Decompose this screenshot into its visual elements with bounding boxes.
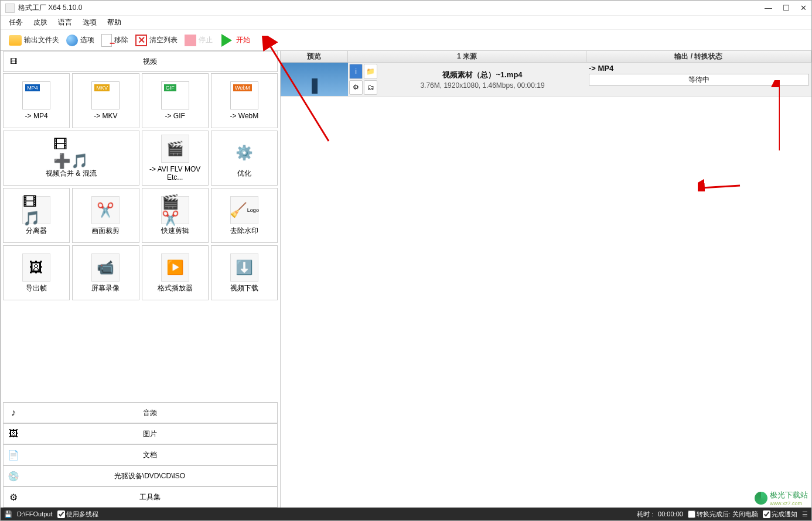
gear-icon: ⚙	[6, 490, 21, 504]
film-icon: 🎞	[6, 54, 21, 68]
cell-player[interactable]: ▶️格式播放器	[142, 245, 209, 300]
task-row[interactable]: i 📁 ⚙ 🗂 视频素材（总）~1.mp4 3.76M, 1920x1080, …	[281, 63, 811, 97]
cell-screen-rec[interactable]: 📹屏幕录像	[72, 245, 139, 300]
cell-downloader[interactable]: ⬇️视频下载	[211, 245, 278, 300]
cell-separator[interactable]: 🎞🎵分离器	[3, 188, 70, 243]
watermark: 极光下载站www.xz7.com	[755, 490, 808, 506]
play-icon	[221, 34, 232, 47]
options-button[interactable]: 选项	[64, 33, 97, 47]
task-header: 预览 1 来源 输出 / 转换状态	[281, 51, 811, 63]
video-grid: -> MP4 -> MKV -> GIF -> WebM 🎞➕🎵视频合并 & 混…	[3, 73, 278, 300]
menu-help[interactable]: 帮助	[107, 18, 121, 28]
window-title: 格式工厂 X64 5.10.0	[18, 3, 82, 13]
video-label: 视频	[25, 57, 275, 67]
stop-button[interactable]: 停止	[182, 33, 215, 47]
minimize-button[interactable]: —	[765, 4, 772, 12]
clear-label: 清空列表	[149, 35, 178, 45]
folder-icon[interactable]: 📁	[364, 64, 377, 79]
watermark-text: 极光下载站	[770, 490, 808, 501]
document-icon: 📄	[6, 448, 21, 462]
stop-icon	[185, 35, 196, 46]
accordion-toolset[interactable]: ⚙工具集	[3, 486, 278, 508]
accordion-document[interactable]: 📄文档	[3, 444, 278, 465]
start-button[interactable]: 开始	[217, 32, 253, 49]
cell-mkv[interactable]: -> MKV	[72, 73, 139, 128]
disc-icon: 💿	[6, 469, 21, 483]
title-bar: 格式工厂 X64 5.10.0 — ☐ ✕	[1, 1, 811, 16]
menu-task[interactable]: 任务	[9, 18, 23, 28]
watermark-site: www.xz7.com	[770, 501, 808, 506]
notify-toggle[interactable]: 完成通知	[763, 510, 797, 519]
output-status: 等待中	[589, 74, 809, 85]
settings-icon[interactable]: ⚙	[349, 80, 363, 95]
accordion-video[interactable]: 🎞 视频	[3, 51, 278, 72]
status-bar: 💾 D:\FFOutput 使用多线程 耗时 : 00:00:00 转换完成后:…	[1, 508, 811, 520]
elapsed-value: 00:00:00	[658, 510, 683, 517]
menu-bar: 任务 皮肤 语言 选项 帮助	[1, 16, 811, 30]
output-path[interactable]: D:\FFOutput	[17, 510, 53, 517]
clear-list-button[interactable]: ✕ 清空列表	[133, 33, 180, 47]
remove-icon	[101, 34, 112, 47]
folder-icon	[9, 35, 22, 46]
options-icon	[66, 35, 78, 46]
col-source[interactable]: 1 来源	[348, 51, 586, 62]
preview-thumbnail	[281, 63, 348, 96]
remove-label: 移除	[114, 35, 128, 45]
maximize-button[interactable]: ☐	[783, 4, 790, 12]
music-icon: ♪	[6, 406, 21, 420]
info-icon[interactable]: i	[349, 64, 363, 79]
source-meta: 3.76M, 1920x1080, 1.46Mbps, 00:00:19	[420, 81, 544, 90]
cell-more-fmt[interactable]: 🎬-> AVI FLV MOV Etc...	[142, 131, 209, 186]
toolbar: 输出文件夹 选项 移除 ✕ 清空列表 停止 开始	[1, 30, 811, 51]
cell-optimize[interactable]: ⚙️优化	[211, 131, 278, 186]
menu-language[interactable]: 语言	[58, 18, 72, 28]
multithread-toggle[interactable]: 使用多线程	[57, 510, 98, 519]
save-icon: 💾	[4, 510, 12, 518]
status-menu-icon[interactable]: ☰	[802, 510, 808, 518]
col-preview[interactable]: 预览	[281, 51, 348, 62]
cell-webm[interactable]: -> WebM	[211, 73, 278, 128]
watermark-icon	[755, 492, 767, 505]
cell-crop[interactable]: ✂️画面裁剪	[72, 188, 139, 243]
remove-button[interactable]: 移除	[99, 33, 131, 48]
cell-merge[interactable]: 🎞➕🎵视频合并 & 混流	[3, 131, 139, 186]
stop-label: 停止	[199, 35, 213, 45]
close-button[interactable]: ✕	[800, 4, 807, 12]
media-icon[interactable]: 🗂	[364, 80, 377, 95]
cell-quick-cut[interactable]: 🎬✂️快速剪辑	[142, 188, 209, 243]
cell-gif[interactable]: -> GIF	[142, 73, 209, 128]
start-label: 开始	[236, 35, 250, 45]
task-panel: 预览 1 来源 输出 / 转换状态 i 📁 ⚙ 🗂 视频素材（总）~1.mp4 …	[281, 51, 811, 508]
output-format: -> MP4	[589, 64, 809, 73]
row-action-icons: i 📁 ⚙ 🗂	[348, 63, 378, 96]
col-output[interactable]: 输出 / 转换状态	[586, 51, 811, 62]
output-folder-button[interactable]: 输出文件夹	[6, 34, 62, 47]
shutdown-toggle[interactable]: 转换完成后: 关闭电脑	[688, 510, 758, 519]
accordion-rom[interactable]: 💿光驱设备\DVD\CD\ISO	[3, 465, 278, 486]
source-filename: 视频素材（总）~1.mp4	[442, 70, 522, 80]
cell-export-frame[interactable]: 🖼导出帧	[3, 245, 70, 300]
image-icon: 🖼	[6, 427, 21, 441]
side-panel: 🎞 视频 -> MP4 -> MKV -> GIF -> WebM 🎞➕🎵视频合…	[1, 51, 281, 508]
cell-mp4[interactable]: -> MP4	[3, 73, 70, 128]
options-label: 选项	[80, 35, 94, 45]
cell-remove-wm[interactable]: 🧹Logo去除水印	[211, 188, 278, 243]
accordion-image[interactable]: 🖼图片	[3, 423, 278, 444]
app-icon	[5, 4, 15, 13]
clear-icon: ✕	[135, 35, 147, 46]
accordion-audio[interactable]: ♪音频	[3, 402, 278, 423]
elapsed-label: 耗时 :	[637, 510, 653, 519]
output-folder-label: 输出文件夹	[24, 35, 59, 45]
menu-option[interactable]: 选项	[83, 18, 97, 28]
menu-skin[interactable]: 皮肤	[33, 18, 47, 28]
